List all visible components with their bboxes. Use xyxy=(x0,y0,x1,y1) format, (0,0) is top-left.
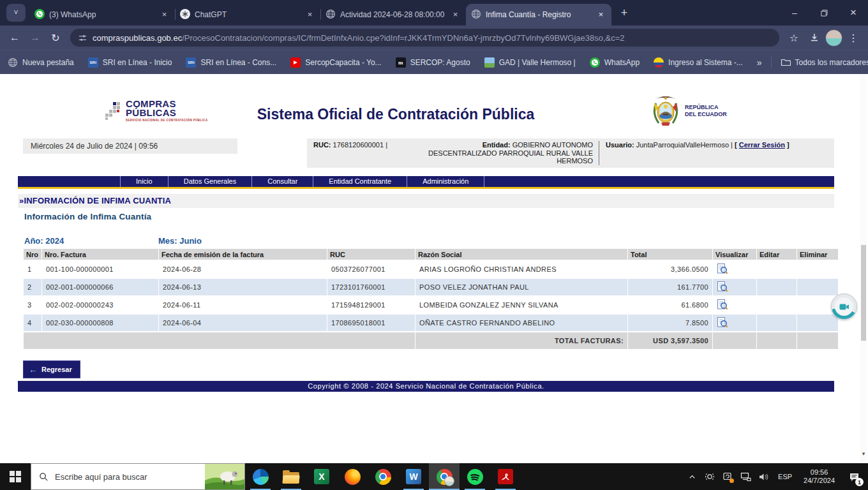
taskbar-firefox-icon[interactable] xyxy=(337,463,368,490)
notification-center-button[interactable]: 1 xyxy=(841,463,867,490)
taskbar-word-icon[interactable]: W xyxy=(398,463,429,490)
entity-label: Entidad: xyxy=(483,141,511,149)
profile-avatar[interactable] xyxy=(825,29,842,47)
plus-icon: + xyxy=(621,6,628,20)
tabs-container: (3) WhatsApp×ChatGPT×Actividad 2024-06-2… xyxy=(29,4,611,26)
divider xyxy=(771,57,772,68)
menu-item[interactable]: Consultar xyxy=(251,176,313,187)
taskbar-chrome-icon[interactable] xyxy=(368,463,398,490)
ecuador-favicon xyxy=(654,57,664,68)
menu-item[interactable]: Inicio xyxy=(120,176,168,187)
screen-capture-widget[interactable] xyxy=(831,293,857,320)
republic-emblem: REPÚBLICADEL ECUADOR xyxy=(651,94,727,128)
bookmark-item[interactable]: SRISRI en Línea - Inicio xyxy=(88,57,172,68)
globe-favicon xyxy=(8,57,18,68)
column-header: Visualizar xyxy=(713,249,756,260)
visualizar-icon[interactable] xyxy=(717,316,728,329)
taskbar-profile-avatar xyxy=(444,476,454,486)
address-bar[interactable]: compraspublicas.gob.ec/ProcesoContrataci… xyxy=(70,29,779,47)
cell-nro: 1 xyxy=(24,261,41,278)
taskbar-excel-icon[interactable]: X xyxy=(306,463,337,490)
web-page: COMPRASPÚBLICAS SERVICIO NACIONAL DE CON… xyxy=(0,74,868,463)
close-window-button[interactable]: × xyxy=(839,0,868,26)
search-daily-image[interactable] xyxy=(205,464,244,489)
page-scrollbar-thumb[interactable] xyxy=(861,245,866,341)
notification-badge: 1 xyxy=(855,478,864,486)
all-bookmarks-button[interactable]: Todos los marcadores xyxy=(781,57,868,68)
taskbar-chrome-profile-icon[interactable] xyxy=(429,463,460,490)
ruc-info: RUC: 1768120600001 | xyxy=(308,141,414,165)
gad-favicon xyxy=(484,57,495,68)
menu-item[interactable]: Datos Generales xyxy=(168,176,252,187)
bookmark-item[interactable]: mSERCOP: Agosto xyxy=(396,57,470,68)
browser-tab[interactable]: ChatGPT× xyxy=(175,4,320,26)
tab-close-icon[interactable]: × xyxy=(595,10,606,20)
table-row: 2002-001-0000000662024-06-13172310176000… xyxy=(24,279,838,295)
tab-close-icon[interactable]: × xyxy=(304,10,315,20)
taskbar-search[interactable] xyxy=(31,463,245,490)
taskbar-spotify-icon[interactable] xyxy=(460,463,490,490)
tab-strip: ˅ (3) WhatsApp×ChatGPT×Actividad 2024-06… xyxy=(0,0,868,26)
bookmarks-right: » Todos los marcadores xyxy=(757,57,868,68)
visualizar-icon[interactable] xyxy=(717,281,728,293)
taskbar-apps: XW xyxy=(245,463,521,490)
bookmark-item[interactable]: SRISRI en Línea - Cons... xyxy=(186,57,276,68)
bookmark-item[interactable]: GAD | Valle Hermoso | xyxy=(484,57,576,68)
menu-item[interactable]: Entidad Contratante xyxy=(313,176,407,187)
taskbar-clock[interactable]: 09:56 24/7/2024 xyxy=(798,468,840,486)
forward-button[interactable]: → xyxy=(26,28,45,47)
main-menu: InicioDatos GeneralesConsultarEntidad Co… xyxy=(18,176,834,187)
tray-update-pending[interactable] xyxy=(719,463,736,490)
tab-close-icon[interactable]: × xyxy=(450,10,461,20)
tab-close-icon[interactable]: × xyxy=(159,10,170,20)
download-icon xyxy=(809,33,819,43)
left-arrow-icon: ← xyxy=(29,364,38,375)
url-domain: compraspublicas.gob.ec xyxy=(93,33,182,43)
reload-button[interactable]: ↻ xyxy=(46,28,65,47)
menu-spacer xyxy=(18,176,120,187)
taskbar-explorer-icon[interactable] xyxy=(276,463,306,490)
bookmarks-bar: Nueva pestañaSRISRI en Línea - InicioSRI… xyxy=(0,50,868,74)
back-button[interactable]: ← xyxy=(5,28,24,47)
tray-meet-now[interactable] xyxy=(701,463,718,490)
restore-button[interactable] xyxy=(809,0,839,26)
menu-item[interactable]: Administración xyxy=(407,176,484,187)
logout-link[interactable]: Cerrar Sesión xyxy=(739,141,785,149)
site-settings-icon[interactable] xyxy=(78,33,87,43)
ethernet-icon xyxy=(740,472,751,482)
bookmark-label: SercopCapacita - Yo... xyxy=(305,58,381,67)
start-button[interactable] xyxy=(0,463,31,490)
search-input[interactable] xyxy=(54,471,184,482)
minimize-button[interactable]: – xyxy=(780,0,809,26)
taskbar-acrobat-icon[interactable] xyxy=(490,463,521,490)
bookmarks-overflow-button[interactable]: » xyxy=(757,57,762,68)
browser-tab[interactable]: Infima Cuantía - Registro× xyxy=(466,4,611,26)
tray-network[interactable] xyxy=(737,463,754,490)
cell-editar xyxy=(757,297,797,313)
bookmark-star-button[interactable]: ☆ xyxy=(784,28,804,47)
browser-menu-button[interactable]: ⋮ xyxy=(844,28,863,47)
reload-icon: ↻ xyxy=(51,32,59,44)
cell-factura: 001-100-000000001 xyxy=(42,261,158,278)
tray-volume[interactable] xyxy=(755,463,772,490)
cell-ruc: 1715948129001 xyxy=(327,297,415,313)
downloads-button[interactable] xyxy=(805,28,824,47)
language-indicator[interactable]: ESP xyxy=(773,473,797,480)
column-header: Eliminar xyxy=(797,249,838,260)
taskbar-edge-icon[interactable] xyxy=(245,463,276,490)
tray-expand-button[interactable] xyxy=(684,463,700,490)
browser-tab[interactable]: Actividad 2024-06-28 08:00:00 |× xyxy=(320,4,466,26)
bookmark-item[interactable]: Nueva pestaña xyxy=(8,57,74,68)
bookmark-item[interactable]: WhatsApp xyxy=(590,57,640,68)
scroll-down-arrow[interactable]: ▾ xyxy=(860,449,867,458)
new-tab-button[interactable]: + xyxy=(615,4,633,22)
tab-search-button[interactable]: ˅ xyxy=(6,4,26,22)
bookmark-item[interactable]: Ingreso al Sistema -... xyxy=(654,57,743,68)
visualizar-icon[interactable] xyxy=(717,299,728,311)
visualizar-icon[interactable] xyxy=(717,263,728,275)
cell-visualizar xyxy=(713,279,756,295)
regresar-button[interactable]: ← Regresar xyxy=(23,360,80,378)
bookmark-label: Ingreso al Sistema -... xyxy=(668,58,743,67)
browser-tab[interactable]: (3) WhatsApp× xyxy=(29,4,175,26)
bookmark-item[interactable]: SercopCapacita - Yo... xyxy=(290,57,381,68)
